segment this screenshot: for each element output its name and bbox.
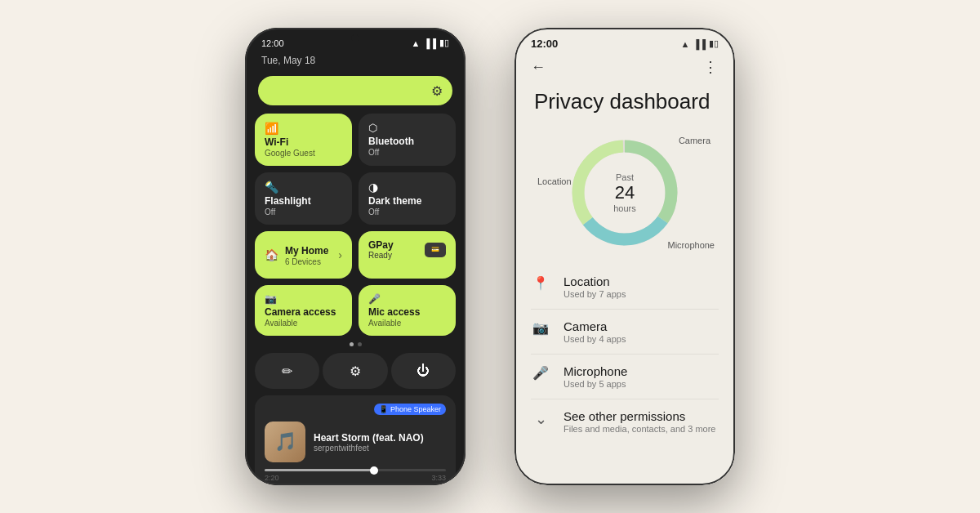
- battery-icon: ▮▯: [439, 38, 449, 48]
- phone2-status-icons: ▲ ▐▐ ▮▯: [681, 38, 719, 49]
- dark-theme-title: Dark theme: [368, 195, 446, 207]
- camera-access-title: Camera access: [265, 306, 342, 318]
- back-button[interactable]: ←: [531, 59, 546, 76]
- more-options-button[interactable]: ⋮: [703, 58, 719, 76]
- tile-row-3: 🏠 My Home 6 Devices › GPay Rea: [255, 231, 456, 279]
- gpay-tile[interactable]: GPay Ready 💳: [359, 231, 456, 279]
- other-perm-text: See other permissions Files and media, c…: [564, 409, 715, 434]
- camera-access-icon: 📷: [265, 293, 342, 305]
- flashlight-tile-sub: Off: [265, 207, 342, 216]
- dark-theme-icon: ◑: [368, 181, 446, 194]
- speaker-badge: 📱 Phone Speaker: [374, 404, 446, 415]
- power-icon: ⏻: [416, 364, 430, 378]
- tile-row-2: 🔦 Flashlight Off ◑ Dark theme Off: [255, 172, 456, 225]
- bluetooth-tile[interactable]: ⬡ Bluetooth Off: [359, 114, 456, 166]
- wifi-tile-title: Wi-Fi: [265, 136, 342, 148]
- wifi-tile[interactable]: 📶 Wi-Fi Google Guest: [255, 114, 352, 166]
- mic-access-tile[interactable]: 🎤 Mic access Available: [359, 285, 456, 336]
- phones-container: 12:00 ▲ ▐▐ ▮▯ Tue, May 18 ⚙ 📶: [245, 28, 735, 485]
- camera-perm-sub: Used by 4 apps: [564, 334, 626, 344]
- camera-chart-label: Camera: [679, 136, 710, 145]
- camera-cutout: [351, 34, 359, 42]
- progress-bar: [265, 469, 446, 471]
- music-info: Heart Storm (feat. NAO) serpentwithfeet: [314, 432, 446, 453]
- quick-tiles: 📶 Wi-Fi Google Guest ⬡ Bluetooth Off 🔦 F…: [245, 114, 466, 336]
- status-time: 12:00: [261, 38, 284, 48]
- phone2-signal-icon: ▐▐: [693, 39, 706, 49]
- other-permissions-item[interactable]: ⌄ See other permissions Files and media,…: [531, 399, 719, 444]
- microphone-perm-sub: Used by 5 apps: [564, 379, 627, 389]
- dot-1: [350, 342, 354, 346]
- signal-icon: ▐▐: [423, 38, 436, 48]
- card-icon: 💳: [425, 243, 446, 257]
- phone2-wifi-icon: ▲: [681, 39, 690, 49]
- location-chart-label: Location: [537, 176, 572, 186]
- edit-button[interactable]: ✏: [255, 353, 319, 389]
- bluetooth-icon: ⬡: [368, 122, 446, 134]
- privacy-chart: Past 24 hours Camera Location Microphone: [531, 127, 719, 258]
- other-perm-sub: Files and media, contacts, and 3 more: [564, 424, 715, 434]
- bottom-actions: ✏ ⚙ ⏻: [255, 353, 456, 389]
- camera-access-tile[interactable]: 📷 Camera access Available: [255, 285, 352, 336]
- gpay-sub: Ready: [368, 251, 394, 260]
- phone2-topbar: ← ⋮: [514, 55, 735, 83]
- permission-list: 📍 Location Used by 7 apps 📷 Camera Used …: [514, 258, 735, 450]
- dark-theme-sub: Off: [368, 207, 446, 216]
- mic-access-title: Mic access: [368, 306, 446, 318]
- my-home-tile[interactable]: 🏠 My Home 6 Devices ›: [255, 231, 352, 279]
- phone1: 12:00 ▲ ▐▐ ▮▯ Tue, May 18 ⚙ 📶: [245, 28, 466, 485]
- flashlight-tile-title: Flashlight: [265, 195, 342, 207]
- date-bar: Tue, May 18: [245, 53, 466, 73]
- page-dots: [245, 342, 466, 346]
- music-artist: serpentwithfeet: [314, 444, 446, 453]
- home-icon: 🏠: [265, 248, 278, 261]
- flashlight-icon: 🔦: [265, 181, 342, 194]
- wifi-tile-sub: Google Guest: [265, 149, 342, 158]
- phone1-screen: 12:00 ▲ ▐▐ ▮▯ Tue, May 18 ⚙ 📶: [245, 28, 466, 485]
- phone2-battery-icon: ▮▯: [709, 38, 719, 49]
- wifi-icon: ▲: [412, 38, 421, 48]
- location-perm-text: Location Used by 7 apps: [564, 274, 626, 299]
- music-progress[interactable]: 2:20 3:33: [265, 469, 446, 482]
- chart-labels: Camera Location Microphone: [531, 127, 719, 258]
- expand-icon: ⌄: [531, 410, 550, 428]
- bluetooth-tile-title: Bluetooth: [368, 136, 446, 147]
- mic-access-sub: Available: [368, 319, 446, 328]
- settings-button[interactable]: ⚙: [323, 353, 387, 389]
- time-labels: 2:20 3:33: [265, 474, 446, 482]
- microphone-permission-item[interactable]: 🎤 Microphone Used by 5 apps: [531, 355, 719, 399]
- location-perm-name: Location: [564, 274, 626, 288]
- flashlight-tile[interactable]: 🔦 Flashlight Off: [255, 172, 352, 225]
- location-perm-sub: Used by 7 apps: [564, 289, 626, 299]
- my-home-sub: 6 Devices: [285, 257, 328, 266]
- location-permission-item[interactable]: 📍 Location Used by 7 apps: [531, 265, 719, 310]
- gear-icon: ⚙: [350, 364, 361, 379]
- settings-gear-icon: ⚙: [431, 83, 443, 99]
- other-perm-name: See other permissions: [564, 409, 715, 423]
- date-text: Tue, May 18: [261, 55, 315, 66]
- tile-row-4: 📷 Camera access Available 🎤 Mic access A…: [255, 285, 456, 336]
- bluetooth-tile-sub: Off: [368, 148, 446, 157]
- status-icons: ▲ ▐▐ ▮▯: [412, 38, 449, 48]
- power-button[interactable]: ⏻: [391, 353, 456, 389]
- microphone-chart-label: Microphone: [668, 240, 715, 250]
- phone2: 12:00 ▲ ▐▐ ▮▯ ← ⋮ Privacy dashboard: [514, 28, 735, 485]
- music-player: 📱 Phone Speaker 🎵 Heart Storm (feat. NAO…: [255, 395, 456, 485]
- progress-fill: [265, 469, 373, 471]
- phone2-time: 12:00: [531, 38, 558, 50]
- camera-perm-text: Camera Used by 4 apps: [564, 319, 626, 344]
- location-icon: 📍: [531, 275, 550, 291]
- camera-access-sub: Available: [265, 319, 342, 328]
- phone2-camera-cutout: [621, 34, 629, 42]
- dot-2: [358, 342, 362, 346]
- brightness-slider[interactable]: ⚙: [258, 76, 452, 105]
- tile-row-1: 📶 Wi-Fi Google Guest ⬡ Bluetooth Off: [255, 114, 456, 166]
- camera-permission-item[interactable]: 📷 Camera Used by 4 apps: [531, 310, 719, 355]
- dark-theme-tile[interactable]: ◑ Dark theme Off: [359, 172, 456, 225]
- music-info-row: 🎵 Heart Storm (feat. NAO) serpentwithfee…: [265, 422, 446, 462]
- total-time: 3:33: [431, 474, 446, 482]
- music-title: Heart Storm (feat. NAO): [314, 432, 446, 444]
- current-time: 2:20: [265, 474, 279, 482]
- progress-thumb: [370, 466, 378, 475]
- gpay-title: GPay: [368, 239, 394, 251]
